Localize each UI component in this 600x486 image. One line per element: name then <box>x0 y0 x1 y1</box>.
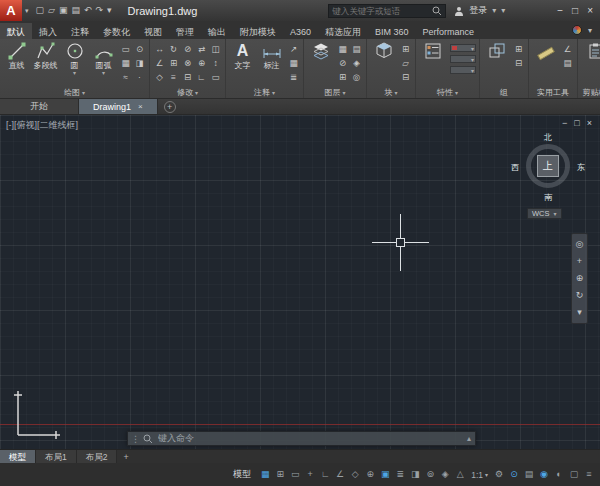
trim-icon[interactable]: ⊘ <box>181 43 194 56</box>
ellipse-icon[interactable]: ⊙ <box>133 43 146 56</box>
text-style-icon[interactable]: ≣ <box>287 71 300 84</box>
isolate-objects-icon[interactable]: ◐ <box>552 467 566 482</box>
snap-mode-icon[interactable]: ⊞ <box>273 467 287 482</box>
infer-constraints-icon[interactable]: ▭ <box>288 467 302 482</box>
isometric-drafting-icon[interactable]: ◇ <box>348 467 362 482</box>
quick-properties-icon[interactable]: ▤ <box>522 467 536 482</box>
command-input[interactable]: 键入命令 <box>158 432 463 445</box>
panel-label-draw[interactable]: 绘图▾ <box>0 87 149 98</box>
color-wheel-icon[interactable] <box>572 25 582 35</box>
help-menu-caret-icon[interactable]: ▾ <box>501 6 505 15</box>
layer-lock-icon[interactable]: ⊞ <box>336 71 349 84</box>
gradient-icon[interactable]: ◨ <box>133 57 146 70</box>
new-file-icon[interactable]: ▢ <box>36 0 45 21</box>
qat-more-icon[interactable]: ▾ <box>107 0 112 21</box>
rectangle-icon[interactable]: ▭ <box>119 43 132 56</box>
insert-block-icon[interactable]: ⊞ <box>399 43 412 56</box>
lineweight-icon[interactable]: ≣ <box>393 467 407 482</box>
command-line[interactable]: ⋮ 键入命令 ▴ <box>127 431 476 446</box>
selection-cycling-icon[interactable]: ⊚ <box>423 467 437 482</box>
create-block-icon[interactable]: ▱ <box>399 57 412 70</box>
polyline-tool-button[interactable]: 多段线 <box>32 41 59 70</box>
explode-icon[interactable]: ⊕ <box>195 57 208 70</box>
command-line-grip[interactable]: ⋮ <box>128 434 143 444</box>
hatch-icon[interactable]: ▦ <box>119 57 132 70</box>
panel-label-layers[interactable]: 图层▾ <box>304 87 366 98</box>
navbar-more-icon[interactable]: ▾ <box>572 304 587 321</box>
object-color-dropdown[interactable]: ▾ <box>450 44 476 52</box>
window-maximize-icon[interactable]: □ <box>572 0 578 21</box>
viewcube-top-face[interactable]: 上 <box>537 155 559 177</box>
layer-properties-button[interactable] <box>307 41 334 61</box>
panel-label-groups[interactable]: 组 <box>480 87 528 98</box>
ortho-mode-icon[interactable]: ∟ <box>318 467 332 482</box>
dimension-tool-button[interactable]: 标注 <box>258 41 285 70</box>
model-paper-toggle[interactable]: 模型 <box>226 468 258 481</box>
object-snap-tracking-icon[interactable]: ⊕ <box>363 467 377 482</box>
panel-label-annotation[interactable]: 注释▾ <box>226 87 303 98</box>
circle-tool-button[interactable]: 圆 ▾ <box>61 41 88 76</box>
linetype-dropdown[interactable]: ▾ <box>450 66 476 74</box>
workspace-switching-icon[interactable]: ⚙ <box>492 467 506 482</box>
panel-label-modify[interactable]: 修改▾ <box>150 87 225 98</box>
command-history-icon[interactable]: ▴ <box>463 434 475 443</box>
transparency-icon[interactable]: ◨ <box>408 467 422 482</box>
search-input[interactable] <box>332 6 432 16</box>
layer-isolate-icon[interactable]: ◎ <box>350 71 363 84</box>
window-minimize-icon[interactable]: − <box>557 0 563 21</box>
circle-dropdown-icon[interactable]: ▾ <box>73 70 76 76</box>
move-icon[interactable]: ↔ <box>153 43 166 56</box>
paste-button[interactable] <box>581 41 600 61</box>
polar-tracking-icon[interactable]: ∠ <box>333 467 347 482</box>
file-tab-start[interactable]: 开始 <box>0 99 79 114</box>
search-icon[interactable] <box>432 2 442 20</box>
arc-tool-button[interactable]: 圆弧 ▾ <box>90 41 117 76</box>
join-icon[interactable]: ⊟ <box>181 71 194 84</box>
app-menu-caret-icon[interactable]: ▾ <box>22 7 32 15</box>
layer-freeze-icon[interactable]: ◈ <box>350 57 363 70</box>
new-layout-button[interactable]: + <box>117 450 134 463</box>
erase-icon[interactable]: ⊗ <box>181 57 194 70</box>
clean-screen-icon[interactable]: ▢ <box>567 467 581 482</box>
layout-tab-layout2[interactable]: 布局2 <box>77 450 118 463</box>
redo-icon[interactable]: ↷ <box>96 0 104 21</box>
viewport-controls-label[interactable]: [-][俯视][二维线框] <box>6 119 78 132</box>
3d-object-snap-icon[interactable]: ◈ <box>438 467 452 482</box>
copy-icon[interactable]: ⇄ <box>195 43 208 56</box>
wcs-dropdown[interactable]: WCS ▾ <box>527 208 562 219</box>
object-snap-icon[interactable]: ▣ <box>378 467 392 482</box>
text-tool-button[interactable]: A 文字 <box>229 41 256 70</box>
app-logo[interactable]: A <box>0 0 22 21</box>
lengthen-icon[interactable]: ▭ <box>209 71 222 84</box>
panel-label-clipboard[interactable]: 剪贴板 <box>578 87 600 98</box>
command-search-icon[interactable] <box>143 430 153 448</box>
measure-button[interactable] <box>532 41 559 61</box>
window-close-icon[interactable]: × <box>587 0 593 21</box>
annotation-scale-button[interactable]: 1:1▾ <box>467 470 492 480</box>
edit-block-icon[interactable]: ⊟ <box>399 71 412 84</box>
viewport-close-icon[interactable]: × <box>587 118 592 128</box>
stretch-icon[interactable]: ↕ <box>209 57 222 70</box>
panel-label-properties[interactable]: 特性▾ <box>416 87 479 98</box>
new-drawing-button[interactable]: + <box>164 101 176 113</box>
viewport-minimize-icon[interactable]: − <box>562 118 567 128</box>
pan-icon[interactable]: + <box>572 253 587 270</box>
plot-icon[interactable]: ▤ <box>71 0 80 21</box>
viewcube-north-label[interactable]: 北 <box>510 132 586 143</box>
layer-properties-icon[interactable]: ▦ <box>336 43 349 56</box>
open-file-icon[interactable]: ▱ <box>48 0 55 21</box>
signin-caret-icon[interactable]: ▾ <box>492 6 496 15</box>
hardware-acceleration-icon[interactable]: ◉ <box>537 467 551 482</box>
layer-off-icon[interactable]: ⊘ <box>336 57 349 70</box>
orbit-icon[interactable]: ↻ <box>572 287 587 304</box>
ribbon-collapse-icon[interactable]: ▾ <box>588 26 592 35</box>
customize-icon[interactable]: ≡ <box>582 467 596 482</box>
mirror-icon[interactable]: ◫ <box>209 43 222 56</box>
grid-display-icon[interactable]: ▦ <box>258 467 272 482</box>
navigation-wheel-icon[interactable]: ◎ <box>572 236 587 253</box>
viewport-restore-icon[interactable]: □ <box>574 118 579 128</box>
layer-state-icon[interactable]: ▤ <box>350 43 363 56</box>
signin-button[interactable]: 登录 <box>469 4 487 17</box>
panel-label-block[interactable]: 块▾ <box>367 87 415 98</box>
measure-icon[interactable]: ∠ <box>561 43 574 56</box>
